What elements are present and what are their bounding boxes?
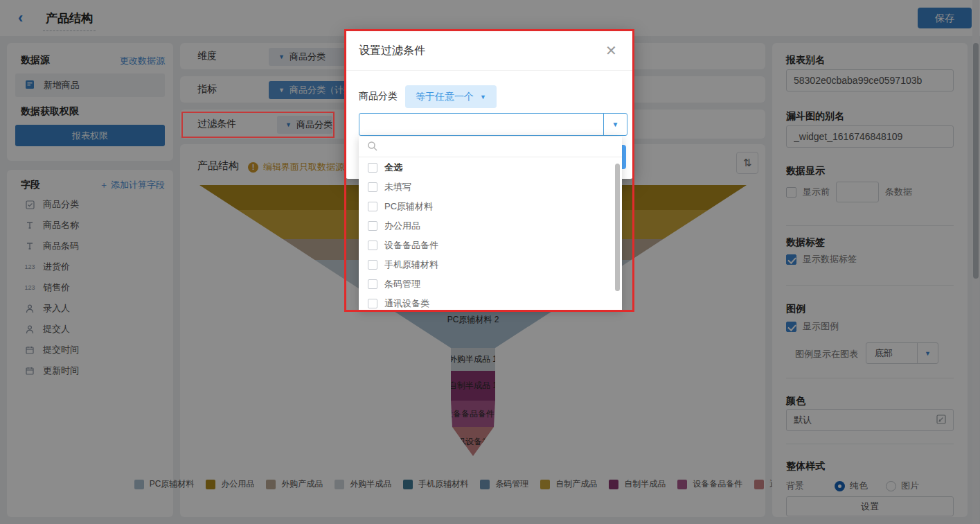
checkbox-icon[interactable]	[368, 221, 377, 231]
modal-field-label: 商品分类	[359, 90, 398, 103]
operator-dropdown[interactable]: 等于任意一个 ▼	[405, 85, 497, 108]
filter-option-手机原辅材料[interactable]: 手机原辅材料	[359, 255, 622, 274]
option-list: 全选未填写PC原辅材料办公用品设备备品备件手机原辅材料条码管理通讯设备类	[359, 158, 622, 311]
chevron-down-icon[interactable]: ▼	[603, 114, 627, 135]
checkbox-icon[interactable]	[368, 202, 377, 211]
checkbox-icon[interactable]	[368, 163, 377, 173]
checkbox-icon[interactable]	[368, 241, 377, 250]
options-dropdown-panel: 全选未填写PC原辅材料办公用品设备备品备件手机原辅材料条码管理通讯设备类	[359, 137, 622, 311]
chevron-down-icon: ▼	[480, 94, 486, 101]
search-icon	[367, 141, 378, 154]
filter-option-未填写[interactable]: 未填写	[359, 177, 622, 197]
checkbox-icon[interactable]	[368, 299, 377, 308]
value-select[interactable]: ▼	[359, 113, 627, 136]
option-search-box[interactable]	[359, 137, 622, 157]
filter-option-条码管理[interactable]: 条码管理	[359, 274, 622, 294]
filter-option-全选[interactable]: 全选	[359, 158, 622, 177]
dropdown-scrollbar-thumb[interactable]	[615, 164, 620, 291]
filter-option-办公用品[interactable]: 办公用品	[359, 216, 622, 236]
filter-option-设备备品备件[interactable]: 设备备品备件	[359, 236, 622, 255]
checkbox-icon[interactable]	[368, 182, 377, 192]
modal-title: 设置过滤条件	[359, 44, 425, 58]
close-icon[interactable]: ✕	[605, 42, 617, 59]
checkbox-icon[interactable]	[368, 279, 377, 289]
divider	[346, 70, 633, 71]
checkbox-icon[interactable]	[368, 260, 377, 270]
filter-option-通讯设备类[interactable]: 通讯设备类	[359, 294, 622, 311]
filter-option-PC原辅材料[interactable]: PC原辅材料	[359, 197, 622, 216]
